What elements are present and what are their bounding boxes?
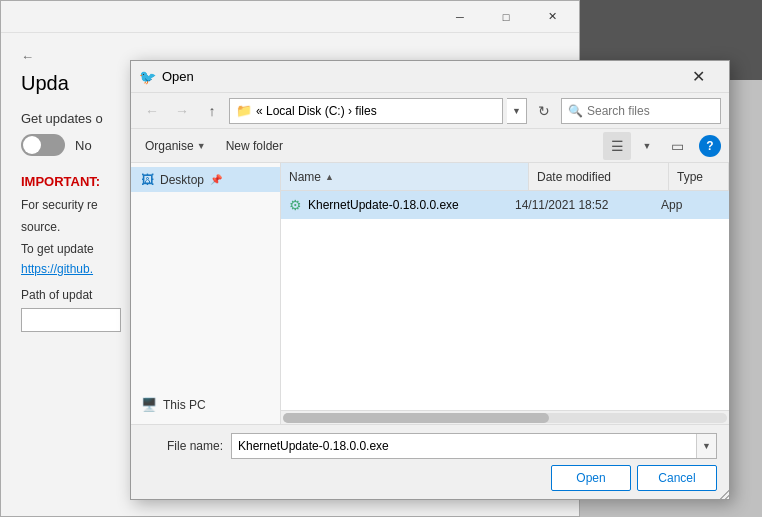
cancel-button[interactable]: Cancel — [637, 465, 717, 491]
nav-item-thispc-label: This PC — [163, 398, 206, 412]
dialog-title-text: Open — [162, 69, 675, 84]
left-panel-spacer — [131, 192, 280, 392]
search-box[interactable]: 🔍 — [561, 98, 721, 124]
col-date-label: Date modified — [537, 170, 611, 184]
back-icon: ← — [21, 49, 34, 64]
bg-minimize-button[interactable]: ─ — [437, 1, 483, 33]
pin-icon: 📌 — [210, 174, 222, 185]
nav-back-button[interactable]: ← — [139, 98, 165, 124]
nav-forward-button[interactable]: → — [169, 98, 195, 124]
open-button[interactable]: Open — [551, 465, 631, 491]
dialog-title-icon: 🐦 — [139, 69, 156, 85]
nav-item-desktop[interactable]: 🖼 Desktop 📌 — [131, 167, 280, 192]
address-folder-icon: 📁 — [236, 103, 252, 118]
pc-icon: 🖥️ — [141, 397, 157, 412]
view-dropdown-button[interactable]: ▼ — [639, 132, 655, 160]
help-button[interactable]: ? — [699, 135, 721, 157]
filename-dropdown-button[interactable]: ▼ — [696, 434, 716, 458]
col-header-type[interactable]: Type — [669, 163, 729, 190]
col-header-name[interactable]: Name ▲ — [281, 163, 529, 190]
address-dropdown-button[interactable]: ▼ — [507, 98, 527, 124]
scrollbar-thumb[interactable] — [283, 413, 549, 423]
col-sort-icon: ▲ — [325, 172, 334, 182]
resize-handle[interactable] — [717, 487, 729, 499]
nav-up-button[interactable]: ↑ — [199, 98, 225, 124]
search-icon: 🔍 — [568, 104, 583, 118]
desktop-icon: 🖼 — [141, 172, 154, 187]
right-panel: Name ▲ Date modified Type ⚙ KhernetUpdat… — [281, 163, 729, 424]
dialog-bottom: File name: ▼ Open Cancel — [131, 424, 729, 499]
file-type: App — [661, 198, 721, 212]
path-input[interactable] — [21, 308, 121, 332]
toggle-knob — [23, 136, 41, 154]
action-row: Open Cancel — [143, 465, 717, 491]
nav-item-thispc[interactable]: 🖥️ This PC — [131, 392, 280, 417]
nav-item-desktop-label: Desktop — [160, 173, 204, 187]
col-name-label: Name — [289, 170, 321, 184]
view-details-button[interactable]: ☰ — [603, 132, 631, 160]
bg-titlebar: ─ □ ✕ — [1, 1, 579, 33]
col-header-date[interactable]: Date modified — [529, 163, 669, 190]
dialog-titlebar-buttons: ✕ — [675, 61, 721, 93]
filename-label: File name: — [143, 439, 223, 453]
refresh-button[interactable]: ↻ — [531, 98, 557, 124]
dialog-toolbar: ← → ↑ 📁 « Local Disk (C:) › files ▼ ↻ 🔍 — [131, 93, 729, 129]
new-folder-button[interactable]: New folder — [220, 136, 289, 156]
filename-input[interactable] — [232, 439, 696, 453]
address-path: « Local Disk (C:) › files — [256, 104, 377, 118]
exe-file-icon: ⚙ — [289, 197, 302, 213]
file-list: ⚙ KhernetUpdate-0.18.0.0.exe 14/11/2021 … — [281, 191, 729, 410]
toggle-label: No — [75, 138, 92, 153]
new-folder-label: New folder — [226, 139, 283, 153]
dialog-close-button[interactable]: ✕ — [675, 61, 721, 93]
horizontal-scrollbar[interactable] — [281, 410, 729, 424]
organise-label: Organise — [145, 139, 194, 153]
bg-back-button[interactable]: ← — [21, 49, 34, 64]
toggle-switch[interactable] — [21, 134, 65, 156]
file-date: 14/11/2021 18:52 — [515, 198, 655, 212]
organise-chevron-icon: ▼ — [197, 141, 206, 151]
bg-close-button[interactable]: ✕ — [529, 1, 575, 33]
filename-input-wrapper: ▼ — [231, 433, 717, 459]
open-dialog: 🐦 Open ✕ ← → ↑ 📁 « Local Disk (C:) › fil… — [130, 60, 730, 500]
left-panel: 🖼 Desktop 📌 🖥️ This PC — [131, 163, 281, 424]
preview-pane-button[interactable]: ▭ — [663, 132, 691, 160]
file-name: KhernetUpdate-0.18.0.0.exe — [308, 198, 509, 212]
dialog-body: 🖼 Desktop 📌 🖥️ This PC Name ▲ Date modif… — [131, 163, 729, 424]
bg-titlebar-buttons: ─ □ ✕ — [437, 1, 575, 33]
filename-row: File name: ▼ — [143, 433, 717, 459]
table-row[interactable]: ⚙ KhernetUpdate-0.18.0.0.exe 14/11/2021 … — [281, 191, 729, 219]
scrollbar-track — [283, 413, 727, 423]
dialog-titlebar: 🐦 Open ✕ — [131, 61, 729, 93]
search-input[interactable] — [587, 104, 737, 118]
bg-maximize-button[interactable]: □ — [483, 1, 529, 33]
dialog-toolbar2: Organise ▼ New folder ☰ ▼ ▭ ? — [131, 129, 729, 163]
organise-button[interactable]: Organise ▼ — [139, 136, 212, 156]
column-headers: Name ▲ Date modified Type — [281, 163, 729, 191]
col-type-label: Type — [677, 170, 703, 184]
address-bar[interactable]: 📁 « Local Disk (C:) › files — [229, 98, 503, 124]
